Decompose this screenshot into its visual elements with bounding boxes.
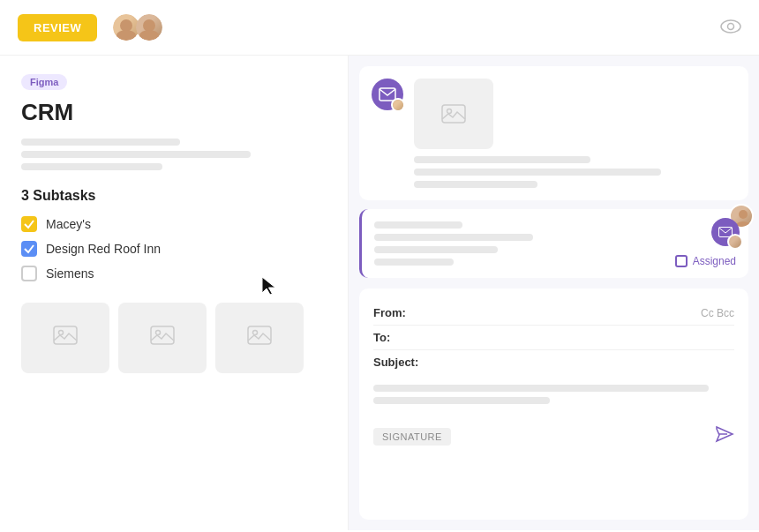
figma-tag: Figma bbox=[21, 74, 67, 90]
email-to-row: To: bbox=[373, 326, 734, 350]
svg-point-5 bbox=[156, 331, 161, 335]
subtask-checkbox-red-roof[interactable] bbox=[21, 241, 37, 257]
thumbnail-1[interactable] bbox=[21, 303, 109, 373]
subject-label: Subject: bbox=[373, 356, 426, 369]
thumbnail-3[interactable] bbox=[215, 303, 304, 373]
header: REVIEW bbox=[0, 0, 759, 56]
to-label: To: bbox=[373, 331, 426, 344]
email-body-line-1 bbox=[373, 385, 709, 392]
msg-avatar-email-1 bbox=[372, 79, 403, 110]
email-subject-row: Subject: bbox=[373, 350, 734, 374]
msg-line-2b bbox=[374, 234, 533, 241]
subtask-item-red-roof[interactable]: Design Red Roof Inn bbox=[21, 241, 327, 257]
svg-point-0 bbox=[721, 20, 740, 33]
avatar-face-2 bbox=[136, 14, 162, 41]
msg-line-1a bbox=[414, 156, 590, 163]
assigned-badge: Assigned bbox=[675, 255, 736, 267]
svg-point-7 bbox=[253, 331, 258, 335]
desc-line-2 bbox=[21, 151, 251, 158]
msg-line-2d bbox=[374, 259, 454, 266]
subtask-item-maceys[interactable]: Macey's bbox=[21, 216, 327, 232]
msg-line-1c bbox=[414, 181, 537, 188]
from-label: From: bbox=[373, 306, 426, 319]
main-layout: Figma CRM 3 Subtasks Macey's Design Red … bbox=[0, 56, 759, 530]
svg-point-1 bbox=[728, 23, 734, 29]
subtask-list: Macey's Design Red Roof Inn Siemens bbox=[21, 216, 327, 281]
send-icon[interactable] bbox=[715, 425, 734, 447]
msg-image-1 bbox=[414, 79, 493, 149]
message-card-1 bbox=[359, 66, 748, 200]
eye-icon[interactable] bbox=[720, 18, 741, 38]
subtask-item-siemens[interactable]: Siemens bbox=[21, 266, 327, 281]
left-panel: Figma CRM 3 Subtasks Macey's Design Red … bbox=[0, 56, 349, 530]
subtask-label-siemens: Siemens bbox=[46, 266, 94, 281]
signature-button[interactable]: SIGNATURE bbox=[373, 428, 451, 446]
review-button[interactable]: REVIEW bbox=[18, 14, 97, 41]
svg-rect-2 bbox=[54, 326, 77, 344]
thumbnail-2[interactable] bbox=[118, 303, 207, 373]
svg-point-11 bbox=[739, 210, 748, 219]
svg-rect-4 bbox=[151, 326, 174, 344]
thumbnail-icon-3 bbox=[247, 326, 272, 350]
cc-bcc-label: Cc Bcc bbox=[701, 307, 734, 319]
svg-rect-6 bbox=[248, 326, 271, 344]
header-left: REVIEW bbox=[18, 12, 164, 42]
thumbnail-icon-2 bbox=[150, 326, 175, 350]
msg-line-2a bbox=[374, 221, 462, 229]
desc-line-1 bbox=[21, 139, 180, 146]
email-footer: SIGNATURE bbox=[373, 418, 734, 447]
right-panel: Assigned bbox=[349, 56, 759, 530]
desc-line-3 bbox=[21, 163, 162, 170]
subtask-label-red-roof: Design Red Roof Inn bbox=[46, 242, 161, 256]
subtasks-heading: 3 Subtasks bbox=[21, 188, 327, 204]
svg-point-10 bbox=[447, 109, 452, 114]
msg-line-1b bbox=[414, 169, 661, 176]
thumbnail-icon-1 bbox=[53, 326, 78, 350]
avatars-group bbox=[111, 12, 164, 42]
email-body-line-2 bbox=[373, 397, 550, 404]
email-from-row: From: Cc Bcc bbox=[373, 301, 734, 326]
msg-card-1-content bbox=[414, 79, 736, 188]
email-compose: From: Cc Bcc To: Subject: SIGNATURE bbox=[359, 288, 748, 520]
avatar-2 bbox=[134, 12, 164, 42]
msg-card-1-lines bbox=[414, 156, 736, 188]
subtask-checkbox-siemens[interactable] bbox=[21, 266, 37, 281]
svg-rect-9 bbox=[442, 105, 465, 123]
card-email-icon bbox=[711, 218, 740, 246]
assigned-label: Assigned bbox=[693, 255, 736, 267]
subtask-checkbox-maceys[interactable] bbox=[21, 216, 37, 232]
svg-point-3 bbox=[59, 331, 64, 335]
thumbnails-row bbox=[21, 303, 327, 373]
subtask-label-maceys: Macey's bbox=[46, 217, 91, 231]
message-card-2: Assigned bbox=[359, 209, 748, 278]
assigned-checkbox[interactable] bbox=[675, 255, 688, 267]
msg-line-2c bbox=[374, 246, 498, 253]
project-title: CRM bbox=[21, 99, 327, 126]
description-lines bbox=[21, 139, 327, 170]
email-body bbox=[373, 385, 734, 404]
